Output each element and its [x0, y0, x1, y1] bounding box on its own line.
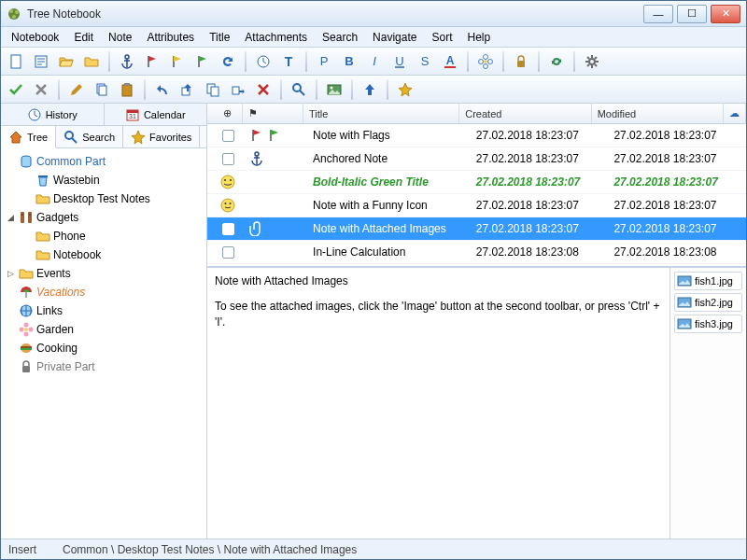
gear-icon[interactable] [581, 50, 603, 73]
col-flag[interactable]: ⚑ [243, 104, 303, 123]
menu-note[interactable]: Note [102, 29, 138, 46]
copy-icon[interactable] [91, 78, 113, 101]
tab-calendar[interactable]: 31Calendar [105, 104, 207, 125]
menu-edit[interactable]: Edit [67, 29, 100, 46]
tree-node[interactable]: Links [1, 301, 206, 320]
search-icon[interactable] [288, 78, 310, 101]
refresh-icon[interactable] [217, 50, 239, 73]
menu-navigate[interactable]: Navigate [366, 29, 423, 46]
row-checkbox[interactable] [222, 153, 234, 165]
clock-icon[interactable] [252, 50, 275, 73]
image-icon[interactable] [323, 78, 345, 101]
svg-line-39 [595, 64, 597, 66]
tree-node[interactable]: Notebook [1, 245, 206, 264]
p-icon[interactable]: P [313, 50, 335, 73]
tree-node[interactable]: Desktop Test Notes [1, 189, 206, 208]
col-pin[interactable]: ⊕ [207, 104, 243, 123]
tree-node[interactable]: Cooking [1, 339, 206, 357]
top-tabs: History31Calendar [1, 104, 206, 126]
attachment-item[interactable]: fish2.jpg [674, 293, 742, 312]
tree-node[interactable]: ▷Events [1, 264, 206, 283]
up-icon[interactable] [359, 78, 381, 101]
row-checkbox[interactable] [222, 130, 234, 142]
folder-icon [35, 191, 50, 206]
attachment-item[interactable]: fish3.jpg [674, 315, 742, 333]
check-icon[interactable] [5, 78, 27, 101]
tree-node[interactable]: Private Part [1, 357, 206, 376]
tree-node[interactable]: Vacations [1, 283, 206, 301]
row-checkbox[interactable] [222, 246, 234, 259]
svg-rect-32 [517, 61, 525, 67]
star-icon[interactable] [394, 78, 416, 101]
menu-help[interactable]: Help [460, 29, 497, 46]
list-row[interactable]: Note with a Funny Icon27.02.2018 18:23:0… [207, 194, 746, 217]
svg-point-72 [24, 332, 29, 337]
strike-icon[interactable]: S [414, 50, 436, 73]
svg-point-67 [29, 214, 31, 216]
lock-icon [19, 359, 34, 374]
svg-line-61 [72, 138, 77, 143]
flag-yellow-icon[interactable] [166, 50, 189, 73]
delete-icon[interactable] [252, 78, 275, 101]
menu-notebook[interactable]: Notebook [5, 29, 65, 46]
window-title: Tree Notebook [27, 7, 643, 21]
tree-node[interactable]: Garden [1, 320, 206, 339]
flag-red-icon[interactable] [141, 50, 163, 73]
svg-point-84 [224, 179, 226, 181]
close-button[interactable]: ✕ [711, 5, 740, 23]
pencil-icon[interactable] [65, 78, 88, 101]
bold-icon[interactable]: B [338, 50, 360, 73]
attachment-item[interactable]: fish1.jpg [674, 272, 742, 290]
italic-icon[interactable]: I [363, 50, 386, 73]
list-row[interactable]: In-Line Calculation27.02.2018 18:23:0827… [207, 241, 746, 264]
row-checkbox[interactable] [222, 223, 234, 235]
folder-icon[interactable] [80, 50, 103, 73]
maximize-button[interactable]: ☐ [677, 5, 707, 23]
paste-icon[interactable] [116, 78, 138, 101]
text-icon[interactable]: T [277, 50, 300, 73]
sync-icon[interactable] [545, 50, 568, 73]
fontcolor-icon[interactable]: A [439, 50, 461, 73]
tree-node[interactable]: ◢Gadgets [1, 208, 206, 227]
tree-node[interactable]: Common Part [1, 152, 206, 171]
svg-line-38 [587, 57, 589, 59]
tree-node[interactable]: Wastebin [1, 171, 206, 189]
lock-icon[interactable] [510, 50, 532, 73]
new-note-icon[interactable] [5, 50, 27, 73]
move-icon[interactable] [227, 78, 249, 101]
flower-icon[interactable] [474, 50, 497, 73]
export-icon[interactable] [176, 78, 199, 101]
menu-search[interactable]: Search [316, 29, 364, 46]
menu-attributes[interactable]: Attributes [140, 29, 201, 46]
menu-sort[interactable]: Sort [425, 29, 458, 46]
svg-point-87 [225, 203, 227, 204]
tree-node[interactable]: Phone [1, 227, 206, 245]
x-icon[interactable] [30, 78, 52, 101]
underline-icon[interactable]: U [388, 50, 411, 73]
col-created[interactable]: Created [459, 104, 591, 123]
lefttab-tree[interactable]: Tree [1, 126, 56, 148]
folder-open-icon[interactable] [55, 50, 78, 73]
menu-title[interactable]: Title [203, 29, 236, 46]
lefttab-search[interactable]: Search [56, 126, 123, 147]
lefttab-favorites[interactable]: Favorites [123, 126, 200, 147]
text-note-icon[interactable] [30, 50, 52, 73]
col-modified[interactable]: Modified [592, 104, 724, 123]
list-row[interactable]: Note with Flags27.02.2018 18:23:0727.02.… [207, 124, 746, 147]
minimize-button[interactable]: — [643, 5, 673, 23]
anchor-icon[interactable] [116, 50, 138, 73]
flag-green-icon[interactable] [191, 50, 214, 73]
list-row[interactable]: Bold-Italic Green Title27.02.2018 18:23:… [207, 171, 746, 194]
svg-text:B: B [345, 54, 353, 68]
col-title[interactable]: Title [303, 104, 459, 123]
duplicate-icon[interactable] [202, 78, 224, 101]
undo-icon[interactable] [151, 78, 174, 101]
folder-icon [19, 266, 34, 281]
menu-attachments[interactable]: Attachments [238, 29, 314, 46]
list-row[interactable]: Note with Attached Images27.02.2018 18:2… [207, 217, 746, 241]
list-row[interactable]: Anchored Note27.02.2018 18:23:0727.02.20… [207, 147, 746, 171]
tab-history[interactable]: History [1, 104, 105, 125]
svg-point-53 [331, 86, 333, 89]
titlebar: Tree Notebook — ☐ ✕ [1, 1, 746, 27]
col-extra[interactable]: ☁ [724, 104, 746, 123]
